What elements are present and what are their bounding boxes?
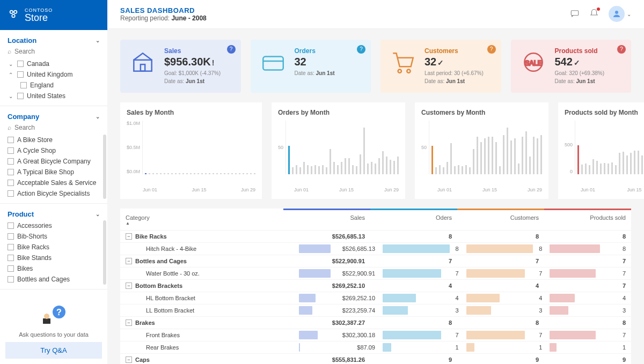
chart-bar[interactable] bbox=[634, 151, 635, 174]
chart-bar[interactable] bbox=[311, 166, 312, 174]
tree-item-us[interactable]: ⌄United States bbox=[0, 91, 107, 101]
chart-bar[interactable] bbox=[507, 128, 508, 174]
th-customers[interactable]: Customers bbox=[457, 209, 544, 230]
panel-product-header[interactable]: Product ⌄ bbox=[0, 207, 107, 220]
chart-bar[interactable] bbox=[175, 173, 177, 174]
company-search-input[interactable] bbox=[14, 124, 100, 131]
chart-bar[interactable] bbox=[156, 173, 158, 174]
chart-bar[interactable] bbox=[592, 159, 594, 174]
chart-bar[interactable] bbox=[477, 137, 478, 174]
info-icon[interactable]: ? bbox=[357, 45, 365, 54]
try-qa-button[interactable]: Try Q&A bbox=[5, 342, 102, 359]
chart-bar[interactable] bbox=[447, 162, 448, 174]
chart-bar[interactable] bbox=[630, 153, 632, 174]
chart-bar[interactable] bbox=[540, 135, 542, 174]
chart-bar[interactable] bbox=[348, 158, 350, 174]
table-row[interactable]: −Caps$555,831.26999 bbox=[120, 353, 631, 364]
tree-item-england[interactable]: England bbox=[0, 80, 107, 91]
chart-bar[interactable] bbox=[254, 173, 255, 174]
table-row[interactable]: HL Bottom Bracket$269,252.10444 bbox=[120, 292, 631, 304]
table-row[interactable]: LL Bottom Bracket$223,259.74333 bbox=[120, 304, 631, 316]
list-item[interactable]: A Cycle Shop bbox=[0, 145, 107, 156]
chart-bar[interactable] bbox=[533, 137, 535, 174]
collapse-icon[interactable]: − bbox=[126, 356, 132, 363]
chart-bar[interactable] bbox=[525, 131, 527, 174]
chart-bar[interactable] bbox=[239, 173, 240, 174]
chart-bar[interactable] bbox=[469, 167, 471, 174]
checkbox[interactable] bbox=[8, 265, 14, 272]
location-search-input[interactable] bbox=[14, 48, 100, 55]
table-row[interactable]: Hitch Rack - 4-Bike$526,685.13888 bbox=[120, 242, 631, 255]
chart-bar[interactable] bbox=[626, 155, 628, 174]
chart-bar[interactable] bbox=[611, 162, 613, 174]
user-avatar[interactable]: ⌄ bbox=[609, 6, 631, 22]
chart-bar[interactable] bbox=[585, 164, 587, 174]
chart-bar[interactable] bbox=[623, 152, 624, 174]
table-row[interactable]: −Bottom Brackets$269,252.10447 bbox=[120, 279, 631, 292]
checkbox[interactable] bbox=[8, 137, 14, 143]
chart-bar[interactable] bbox=[397, 157, 399, 174]
chart-bar[interactable] bbox=[619, 153, 620, 174]
chart-bar[interactable] bbox=[356, 166, 357, 174]
collapse-icon[interactable]: − bbox=[126, 258, 132, 264]
chart-bar[interactable] bbox=[288, 146, 290, 174]
list-item[interactable]: Bib-Shorts bbox=[0, 231, 107, 242]
chart-bar[interactable] bbox=[450, 143, 452, 174]
chart-bar[interactable] bbox=[292, 167, 294, 174]
chart-bar[interactable] bbox=[243, 173, 244, 174]
chart-bar[interactable] bbox=[314, 165, 316, 174]
table-row[interactable]: Front Brakes$302,300.18777 bbox=[120, 329, 631, 341]
chart-bar[interactable] bbox=[454, 166, 456, 174]
chart-bar[interactable] bbox=[190, 173, 192, 174]
chart-bar[interactable] bbox=[518, 164, 519, 174]
chat-icon[interactable] bbox=[570, 9, 580, 20]
chart-bar[interactable] bbox=[333, 162, 335, 174]
list-item[interactable]: Bike Stands bbox=[0, 252, 107, 263]
chart-bar[interactable] bbox=[600, 164, 602, 174]
chart-bar[interactable] bbox=[360, 154, 361, 174]
chart-bar[interactable] bbox=[488, 137, 489, 174]
chart-bar[interactable] bbox=[503, 135, 504, 174]
th-category[interactable]: Category▲ bbox=[120, 209, 283, 230]
chart-bar[interactable] bbox=[435, 167, 437, 174]
chart-bar[interactable] bbox=[318, 166, 320, 174]
collapse-icon[interactable]: − bbox=[126, 320, 132, 326]
panel-company-header[interactable]: Company ⌄ bbox=[0, 109, 107, 123]
chart-bar[interactable] bbox=[201, 173, 203, 174]
chart-bar[interactable] bbox=[522, 137, 523, 174]
th-sales[interactable]: Sales bbox=[283, 209, 370, 230]
chart-bar[interactable] bbox=[299, 167, 301, 174]
chart-bar[interactable] bbox=[326, 167, 327, 174]
chart-bar[interactable] bbox=[492, 137, 493, 174]
info-icon[interactable]: ? bbox=[487, 45, 496, 54]
chart-bar[interactable] bbox=[581, 165, 583, 174]
table-row[interactable]: −Bottles and Cages$522,900.91777 bbox=[120, 255, 631, 267]
kpi-card-customers[interactable]: ?Customers32✓Last period: 30 (+6.67%)Dat… bbox=[380, 40, 501, 93]
chart-bar[interactable] bbox=[194, 173, 195, 174]
checkbox[interactable] bbox=[8, 147, 14, 154]
chart-bar[interactable] bbox=[149, 173, 150, 174]
chart-bar[interactable] bbox=[341, 162, 342, 174]
chart-bar[interactable] bbox=[499, 166, 501, 174]
checkbox[interactable] bbox=[17, 93, 24, 99]
chart-bar[interactable] bbox=[495, 142, 497, 174]
chart-bar[interactable] bbox=[462, 166, 463, 174]
list-item[interactable]: Acceptable Sales & Service bbox=[0, 177, 107, 188]
checkbox[interactable] bbox=[17, 61, 24, 67]
chart-bar[interactable] bbox=[390, 160, 391, 174]
chart-bar[interactable] bbox=[510, 140, 512, 174]
chart-bar[interactable] bbox=[596, 161, 598, 174]
chart-bar[interactable] bbox=[608, 164, 609, 174]
chart-bar[interactable] bbox=[367, 164, 369, 174]
chart-bar[interactable] bbox=[514, 138, 516, 174]
tree-item-canada[interactable]: ⌄Canada bbox=[0, 58, 107, 69]
chart-bar[interactable] bbox=[330, 149, 331, 174]
chart-bar[interactable] bbox=[179, 173, 180, 174]
chart-bar[interactable] bbox=[484, 138, 486, 174]
chart-bar[interactable] bbox=[213, 173, 214, 174]
tree-item-uk[interactable]: ⌃United Kingdom bbox=[0, 69, 107, 80]
chart-bar[interactable] bbox=[337, 165, 339, 174]
chart-bar[interactable] bbox=[152, 173, 154, 174]
chart-bar[interactable] bbox=[322, 165, 324, 174]
checkbox[interactable] bbox=[8, 244, 14, 250]
